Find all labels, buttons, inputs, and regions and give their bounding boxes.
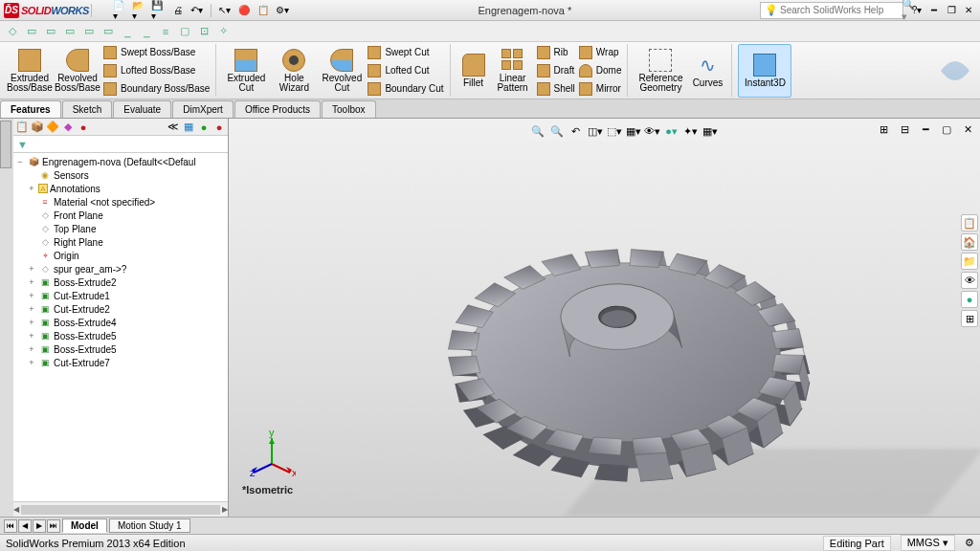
boundary-cut-button[interactable]: Boundary Cut <box>366 80 445 97</box>
task-custom-icon[interactable]: ⊞ <box>961 310 978 327</box>
search-input[interactable] <box>780 5 902 15</box>
vp-close-icon[interactable]: ✕ <box>959 121 976 138</box>
display-style-icon[interactable]: ▦▾ <box>625 122 642 140</box>
ft-tab1-icon[interactable]: 📋 <box>15 121 29 134</box>
tab-features[interactable]: Features <box>0 100 61 118</box>
revolved-boss-button[interactable]: Revolved Boss/Base <box>54 44 101 98</box>
linear-pattern-button[interactable]: Linear Pattern <box>491 44 535 98</box>
circle-icon[interactable]: ⎯ <box>140 25 153 38</box>
rect3-icon[interactable]: ▭ <box>63 25 77 38</box>
tree-boss6[interactable]: +▣Boss-Extrude5 <box>15 342 226 356</box>
extruded-boss-button[interactable]: Extruded Boss/Base <box>6 44 54 98</box>
ft-opt1-icon[interactable]: ≪ <box>167 121 180 134</box>
swept-boss-button[interactable]: Swept Boss/Base <box>101 44 212 60</box>
zoom-area-icon[interactable]: 🔍 <box>548 122 566 140</box>
help-icon[interactable]: ?▾ <box>909 3 924 18</box>
revolved-cut-button[interactable]: Revolved Cut <box>318 44 366 98</box>
rect2-icon[interactable]: ▭ <box>44 25 57 38</box>
tab-next-icon[interactable]: ▶ <box>33 519 46 533</box>
tab-prev-icon[interactable]: ◀ <box>18 519 32 533</box>
gear-3d-model[interactable] <box>420 157 832 517</box>
side-tab-1[interactable] <box>0 121 11 168</box>
status-opt-icon[interactable]: ⚙ <box>965 537 974 549</box>
tree-right-plane[interactable]: ◇Right Plane <box>15 235 226 249</box>
ft-tab2-icon[interactable]: 📦 <box>31 121 44 134</box>
eq-icon[interactable]: ≡ <box>159 25 172 38</box>
tree-top-plane[interactable]: ◇Top Plane <box>15 222 226 235</box>
options-icon[interactable]: 📋 <box>256 3 271 18</box>
task-appearance-icon[interactable]: ● <box>961 291 978 308</box>
view-orient-icon[interactable]: ⬚▾ <box>606 122 623 140</box>
instant3d-button[interactable]: Instant3D <box>738 44 791 98</box>
wrap-button[interactable]: Wrap <box>577 44 624 60</box>
boundary-boss-button[interactable]: Boundary Boss/Base <box>101 80 212 97</box>
vp-max-icon[interactable]: ▢ <box>938 121 955 138</box>
orientation-triad[interactable]: x y z <box>248 430 296 478</box>
curves-button[interactable]: ∿ Curves <box>687 44 727 98</box>
rebuild-icon[interactable]: 🔴 <box>236 3 252 18</box>
tab-motion-study[interactable]: Motion Study 1 <box>109 518 190 533</box>
minimize-icon[interactable]: ━ <box>926 3 942 18</box>
scene-icon[interactable]: ✦▾ <box>682 122 700 140</box>
prev-view-icon[interactable]: ↶ <box>568 122 585 140</box>
tree-annotations[interactable]: +AAnnotations <box>15 182 226 195</box>
ft-opt4-icon[interactable]: ● <box>212 121 226 134</box>
hide-show-icon[interactable]: 👁▾ <box>644 122 661 140</box>
tab-office[interactable]: Office Products <box>234 100 321 118</box>
tree-scrollbar[interactable]: ◀▶ <box>13 501 228 517</box>
rect5-icon[interactable]: ▭ <box>101 25 115 38</box>
lofted-cut-button[interactable]: Lofted Cut <box>366 62 445 78</box>
tab-evaluate[interactable]: Evaluate <box>113 100 171 118</box>
task-resources-icon[interactable]: 📋 <box>961 214 978 231</box>
tab-toolbox[interactable]: Toolbox <box>322 100 375 118</box>
zoom-fit-icon[interactable]: 🔍 <box>529 122 546 140</box>
mirror-button[interactable]: Mirror <box>577 80 624 97</box>
tree-cut2[interactable]: +▣Cut-Extrude2 <box>15 302 226 316</box>
select-icon[interactable]: ↖▾ <box>217 3 233 18</box>
square-icon[interactable]: ▢ <box>178 25 191 38</box>
task-library-icon[interactable]: 🏠 <box>961 233 978 251</box>
new-icon[interactable]: 📄▾ <box>113 3 128 18</box>
ft-tab3-icon[interactable]: 🔶 <box>46 121 59 134</box>
tab-last-icon[interactable]: ⏭ <box>47 519 60 533</box>
close-icon[interactable]: ✕ <box>961 3 976 18</box>
tree-boss4[interactable]: +▣Boss-Extrude4 <box>15 316 226 329</box>
undo-icon[interactable]: ↶▾ <box>189 3 205 18</box>
tree-origin[interactable]: ⌖Origin <box>15 249 226 262</box>
line-icon[interactable]: ⎯ <box>121 25 134 38</box>
sketch-tool-icon[interactable]: ◇ <box>6 25 19 38</box>
ft-tab4-icon[interactable]: ◆ <box>61 121 75 134</box>
convert-icon[interactable]: ⊡ <box>197 25 211 38</box>
section-icon[interactable]: ◫▾ <box>587 122 604 140</box>
ft-tab5-icon[interactable]: ● <box>77 121 90 134</box>
ref-geometry-button[interactable]: Reference Geometry <box>634 44 687 98</box>
open-icon[interactable]: 📂▾ <box>132 3 147 18</box>
fillet-button[interactable]: Fillet <box>457 44 491 98</box>
tab-sketch[interactable]: Sketch <box>62 100 113 118</box>
vp-min-icon[interactable]: ━ <box>917 121 934 138</box>
extruded-cut-button[interactable]: Extruded Cut <box>222 44 270 98</box>
tree-root[interactable]: −📦Engrenagem-nova (Default<<Defaul <box>15 155 226 168</box>
restore-icon[interactable]: ❐ <box>944 3 959 18</box>
draft-button[interactable]: Draft <box>535 62 577 78</box>
tree-front-plane[interactable]: ◇Front Plane <box>15 209 226 222</box>
tree-spur-gear[interactable]: +◇spur gear_am->? <box>15 262 226 276</box>
feature-filter[interactable]: ▼ <box>13 136 228 153</box>
lofted-boss-button[interactable]: Lofted Boss/Base <box>101 62 212 78</box>
swept-cut-button[interactable]: Swept Cut <box>366 44 445 60</box>
vp-ctrl1-icon[interactable]: ⊞ <box>875 121 892 138</box>
tree-cut7[interactable]: +▣Cut-Extrude7 <box>15 356 226 369</box>
view-settings-icon[interactable]: ▦▾ <box>702 122 719 140</box>
vp-ctrl2-icon[interactable]: ⊟ <box>896 121 913 138</box>
trim-icon[interactable]: ✧ <box>216 25 230 38</box>
save-icon[interactable]: 💾▾ <box>151 3 167 18</box>
appearance-icon[interactable]: ●▾ <box>663 122 680 140</box>
ft-opt3-icon[interactable]: ● <box>197 121 211 134</box>
settings-icon[interactable]: ⚙▾ <box>275 3 290 18</box>
help-search[interactable]: 💡 🔍▾ <box>760 2 903 19</box>
rect-icon[interactable]: ▭ <box>25 25 38 38</box>
rib-button[interactable]: Rib <box>535 44 577 60</box>
rect4-icon[interactable]: ▭ <box>82 25 96 38</box>
task-explorer-icon[interactable]: 📁 <box>961 253 978 270</box>
tab-model[interactable]: Model <box>62 518 107 533</box>
